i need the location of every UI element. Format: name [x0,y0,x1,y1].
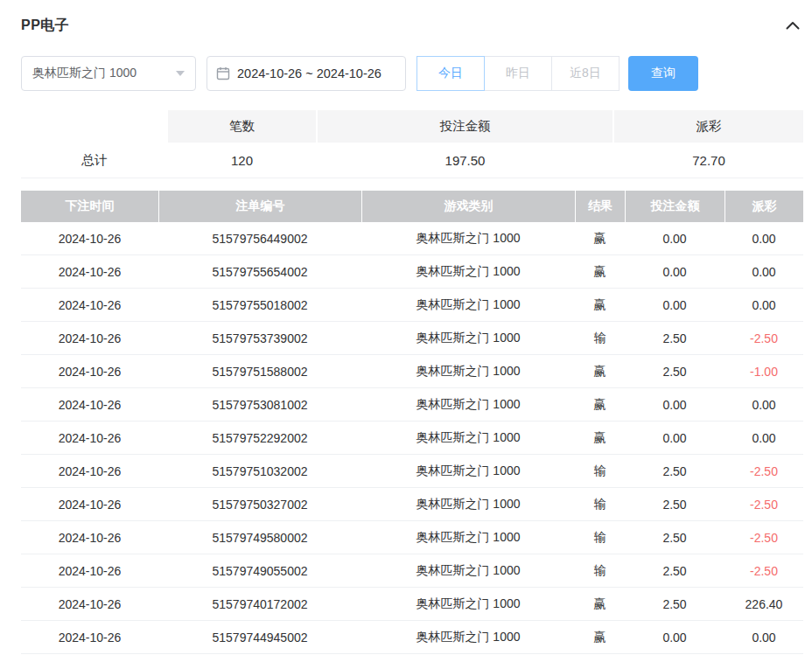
cell-result: 赢 [575,422,625,454]
collapse-panel-button[interactable] [782,15,803,36]
cell-game-category: 奥林匹斯之门 1000 [361,521,575,554]
cell-order-id: 51579750327002 [158,488,361,520]
cell-bet-amount: 2.50 [625,588,724,620]
cell-game-category: 奥林匹斯之门 1000 [361,289,575,321]
table-row: 2024-10-2651579756449002奥林匹斯之门 1000赢0.00… [21,222,803,255]
cell-bet-amount: 2.50 [625,455,724,487]
cell-game-category: 奥林匹斯之门 1000 [361,388,575,421]
cell-bet-time: 2024-10-26 [21,222,158,254]
date-range-value: 2024-10-26 ~ 2024-10-26 [237,66,382,80]
summary-total-label: 总计 [21,143,166,178]
cell-game-category: 奥林匹斯之门 1000 [361,621,575,653]
cell-payout: 0.00 [724,255,803,288]
cell-result: 赢 [575,588,625,620]
cell-game-category: 奥林匹斯之门 1000 [361,222,575,254]
cell-bet-time: 2024-10-26 [21,422,158,454]
date-range-input[interactable]: 2024-10-26 ~ 2024-10-26 [206,56,406,91]
table-row: 2024-10-2651579749055002奥林匹斯之门 1000输2.50… [21,554,803,588]
table-row: 2024-10-2651579740172002奥林匹斯之门 1000赢2.50… [21,588,803,621]
cell-result: 输 [575,455,625,487]
cell-bet-amount: 0.00 [625,621,724,653]
calendar-icon [216,66,230,80]
cell-bet-amount: 0.00 [625,222,724,254]
col-result: 结果 [575,191,625,222]
cell-bet-time: 2024-10-26 [21,488,158,520]
cell-order-id: 51579751032002 [158,455,361,487]
chevron-down-icon [176,71,185,76]
summary-total-payout: 72.70 [612,143,803,178]
col-payout: 派彩 [724,191,803,222]
summary-header-blank [21,110,166,143]
cell-order-id: 51579749580002 [158,521,361,554]
summary-header-payout: 派彩 [612,110,803,143]
game-select-value: 奥林匹斯之门 1000 [32,66,136,81]
col-order-id: 注单编号 [158,191,361,222]
cell-order-id: 51579753739002 [158,322,361,354]
cell-payout: -1.00 [724,355,803,387]
cell-bet-amount: 2.50 [625,355,724,387]
summary-table: 笔数 投注金额 派彩 总计 120 197.50 72.70 [21,110,803,178]
cell-order-id: 51579749055002 [158,554,361,587]
cell-order-id: 51579752292002 [158,422,361,454]
table-row: 2024-10-2651579753081002奥林匹斯之门 1000赢0.00… [21,388,803,422]
summary-header-row: 笔数 投注金额 派彩 [21,110,803,143]
cell-bet-amount: 0.00 [625,422,724,454]
table-row: 2024-10-2651579753739002奥林匹斯之门 1000输2.50… [21,322,803,355]
cell-payout: 226.40 [724,588,803,620]
bet-records-table: 下注时间 注单编号 游戏类别 结果 投注金额 派彩 2024-10-265157… [21,191,803,654]
col-game-category: 游戏类别 [361,191,575,222]
summary-header-count: 笔数 [166,110,316,143]
table-row: 2024-10-2651579752292002奥林匹斯之门 1000赢0.00… [21,422,803,455]
cell-result: 赢 [575,289,625,321]
cell-result: 赢 [575,355,625,387]
cell-result: 赢 [575,222,625,254]
cell-bet-time: 2024-10-26 [21,355,158,387]
summary-total-row: 总计 120 197.50 72.70 [21,143,803,178]
cell-order-id: 51579753081002 [158,388,361,421]
pp-electronic-panel: PP电子 奥林匹斯之门 1000 2024-10-26 ~ 2024-10-26… [0,0,812,654]
yesterday-button[interactable]: 昨日 [484,56,552,91]
cell-bet-amount: 2.50 [625,322,724,354]
table-row: 2024-10-2651579751032002奥林匹斯之门 1000输2.50… [21,455,803,488]
table-row: 2024-10-2651579744945002奥林匹斯之门 1000赢0.00… [21,621,803,654]
cell-result: 输 [575,554,625,587]
summary-header-bet-amount: 投注金额 [316,110,612,143]
table-row: 2024-10-2651579750327002奥林匹斯之门 1000输2.50… [21,488,803,521]
cell-order-id: 51579751588002 [158,355,361,387]
cell-payout: -2.50 [724,488,803,520]
cell-bet-time: 2024-10-26 [21,255,158,288]
filter-row: 奥林匹斯之门 1000 2024-10-26 ~ 2024-10-26 今日 昨… [21,56,803,91]
quick-date-button-group: 今日 昨日 近8日 [416,56,620,91]
cell-order-id: 51579755018002 [158,289,361,321]
cell-payout: -2.50 [724,322,803,354]
cell-order-id: 51579755654002 [158,255,361,288]
cell-bet-time: 2024-10-26 [21,554,158,587]
cell-bet-time: 2024-10-26 [21,621,158,653]
cell-result: 赢 [575,621,625,653]
col-bet-amount: 投注金额 [625,191,724,222]
cell-payout: 0.00 [724,422,803,454]
last-8-days-button[interactable]: 近8日 [551,56,620,91]
cell-bet-time: 2024-10-26 [21,322,158,354]
cell-bet-amount: 2.50 [625,521,724,554]
cell-game-category: 奥林匹斯之门 1000 [361,355,575,387]
cell-bet-time: 2024-10-26 [21,521,158,554]
cell-bet-amount: 2.50 [625,554,724,587]
cell-order-id: 51579740172002 [158,588,361,620]
cell-payout: -2.50 [724,554,803,587]
cell-bet-time: 2024-10-26 [21,455,158,487]
cell-bet-time: 2024-10-26 [21,289,158,321]
cell-payout: -2.50 [724,455,803,487]
cell-result: 赢 [575,388,625,421]
cell-order-id: 51579744945002 [158,621,361,653]
cell-result: 输 [575,521,625,554]
cell-game-category: 奥林匹斯之门 1000 [361,322,575,354]
search-button[interactable]: 查询 [628,56,698,91]
today-button[interactable]: 今日 [416,56,485,91]
chevron-up-icon [786,21,800,30]
cell-game-category: 奥林匹斯之门 1000 [361,455,575,487]
cell-game-category: 奥林匹斯之门 1000 [361,588,575,620]
table-row: 2024-10-2651579749580002奥林匹斯之门 1000输2.50… [21,521,803,554]
game-select[interactable]: 奥林匹斯之门 1000 [21,56,196,91]
summary-total-bet-amount: 197.50 [316,143,612,178]
